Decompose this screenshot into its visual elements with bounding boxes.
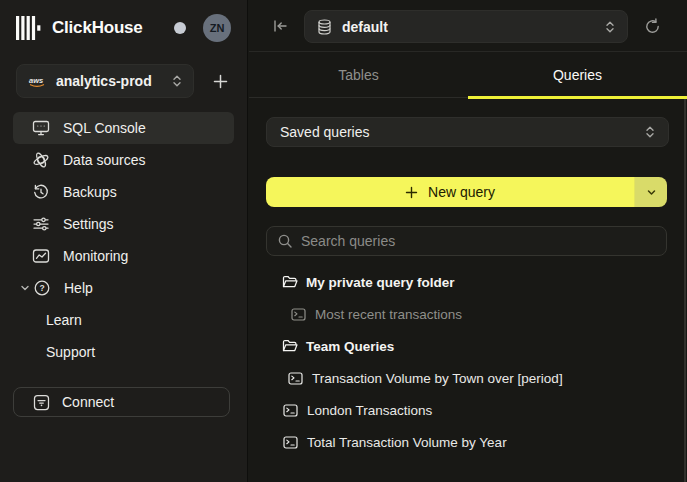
add-service-button[interactable] [205,66,235,96]
status-dot [174,22,186,34]
brand-name: ClickHouse [52,18,143,38]
database-icon [317,19,332,35]
query-terminal-icon [283,404,298,417]
refresh-button[interactable] [644,18,661,35]
service-selector-value: analytics-prod [56,73,152,89]
tree-item-label: Transaction Volume by Town over [period] [312,371,563,386]
collapse-panel-button[interactable] [273,19,288,33]
connect-button[interactable]: Connect [13,387,230,417]
sidebar-item-label: SQL Console [63,120,146,136]
settings-sliders-icon [32,215,50,233]
monitoring-chart-icon [32,247,50,265]
folder-open-icon [282,339,298,353]
sidebar-item-settings[interactable]: Settings [13,208,234,240]
tree-item-label: Total Transaction Volume by Year [307,435,507,450]
sidebar-item-monitoring[interactable]: Monitoring [13,240,234,272]
tab-label: Queries [553,67,602,83]
saved-query-row[interactable]: Total Transaction Volume by Year [266,426,667,458]
connect-icon [33,394,50,411]
chevron-updown-icon [172,74,182,88]
new-query-button[interactable]: New query [266,177,634,207]
collapse-left-icon [273,19,288,33]
saved-queries-tree: My private query folder Most recent tran… [266,266,667,458]
tree-item-label: London Transactions [307,403,432,418]
connect-label: Connect [62,394,114,410]
sidebar-item-learn[interactable]: Learn [0,304,247,336]
chevron-down-icon[interactable] [19,283,31,293]
sidebar-item-backups[interactable]: Backups [13,176,234,208]
panel-scrollbar[interactable] [684,99,686,482]
database-selector-value: default [342,19,388,35]
tree-item-label: My private query folder [306,275,455,290]
query-terminal-icon [288,372,303,385]
query-terminal-icon [291,308,306,321]
search-icon [278,234,292,248]
saved-queries-filter-select[interactable]: Saved queries [266,117,669,147]
query-terminal-icon [283,436,298,449]
refresh-icon [644,18,661,35]
saved-query-row[interactable]: Most recent transactions [266,298,667,330]
svg-text:?: ? [39,283,44,293]
saved-query-row[interactable]: Transaction Volume by Town over [period] [266,362,667,394]
saved-queries-filter-value: Saved queries [280,124,370,140]
new-query-split-button: New query [266,177,667,207]
help-icon: ? [33,279,51,297]
chevron-updown-icon [605,20,615,34]
clickhouse-logo-icon[interactable] [16,16,43,40]
saved-query-row[interactable]: London Transactions [266,394,667,426]
tab-tables[interactable]: Tables [249,52,468,97]
aws-icon: aws [28,75,47,88]
avatar[interactable]: ZN [203,14,231,42]
sidebar-item-label: Help [64,280,93,296]
sidebar-item-data-sources[interactable]: Data sources [13,144,234,176]
search-queries-box [266,226,667,256]
plus-icon [213,74,228,89]
tree-item-label: Most recent transactions [315,307,462,322]
service-selector[interactable]: aws analytics-prod [16,64,194,98]
query-folder-row[interactable]: My private query folder [266,266,667,298]
sidebar-item-help[interactable]: ? Help [13,272,234,304]
schema-queries-panel: default Tables [249,0,687,482]
query-folder-row[interactable]: Team Queries [266,330,667,362]
app-window: ClickHouse ZN aws analytics-prod [0,0,687,482]
tab-label: Tables [338,67,378,83]
sidebar-item-label: Settings [63,216,114,232]
sidebar-item-label: Data sources [63,152,145,168]
search-queries-input[interactable] [301,233,655,249]
chevron-updown-icon [645,125,655,139]
brand-row: ClickHouse ZN [16,13,231,43]
sidebar-nav: SQL Console Data sources [0,112,247,368]
panel-topbar: default [249,0,687,52]
sidebar-item-label: Learn [46,312,82,328]
backups-icon [32,183,50,201]
sidebar-item-sql-console[interactable]: SQL Console [13,112,234,144]
svg-text:aws: aws [29,75,43,84]
new-query-dropdown-button[interactable] [634,177,667,207]
plus-icon [405,186,418,199]
data-sources-icon [32,151,50,169]
service-selector-row: aws analytics-prod [16,64,235,98]
sidebar-item-label: Backups [63,184,117,200]
sidebar-item-support[interactable]: Support [0,336,247,368]
sidebar-item-label: Monitoring [63,248,128,264]
database-selector[interactable]: default [304,10,628,43]
tree-item-label: Team Queries [306,339,394,354]
sidebar-item-label: Support [46,344,95,360]
sql-console-icon [32,119,50,137]
folder-open-icon [282,275,298,289]
sidebar: ClickHouse ZN aws analytics-prod [0,0,248,482]
tab-queries[interactable]: Queries [468,52,687,97]
new-query-label: New query [428,184,495,200]
chevron-down-icon [646,187,657,198]
panel-tabs: Tables Queries [249,52,687,98]
